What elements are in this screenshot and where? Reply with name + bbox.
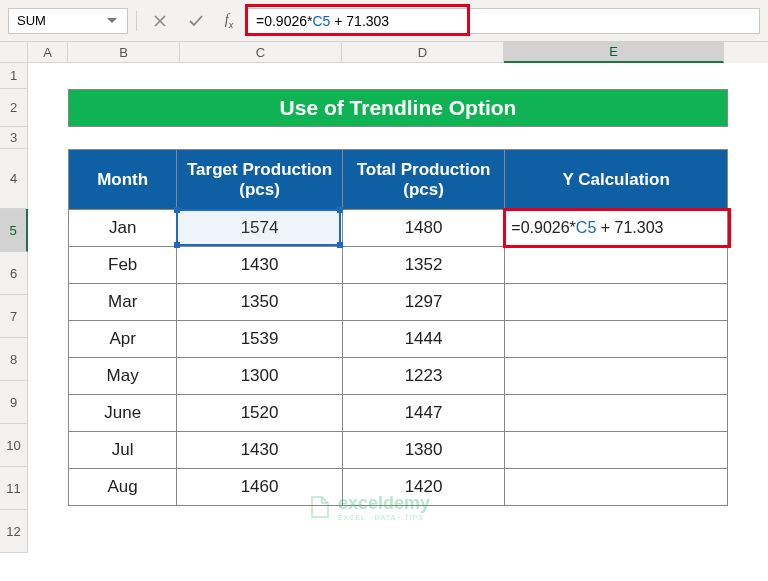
header-total: Total Production (pcs): [342, 150, 504, 210]
header-ycalc: Y Calculation: [505, 150, 728, 210]
cell-ycalc[interactable]: [505, 395, 728, 432]
col-header-A[interactable]: A: [28, 42, 68, 63]
cell-ycalc[interactable]: [505, 469, 728, 506]
table-row: Apr15391444: [69, 321, 728, 358]
cell[interactable]: 1223: [342, 358, 504, 395]
cell[interactable]: 1430: [177, 432, 343, 469]
cell[interactable]: 1480: [342, 210, 504, 247]
table-row: May13001223: [69, 358, 728, 395]
row-headers: 123456789101112: [0, 63, 28, 553]
row-header-3[interactable]: 3: [0, 127, 28, 149]
table-row: June15201447: [69, 395, 728, 432]
fx-icon[interactable]: fx: [217, 12, 241, 30]
cell[interactable]: June: [69, 395, 177, 432]
cell[interactable]: 1350: [177, 284, 343, 321]
name-box-input[interactable]: [9, 13, 101, 28]
cell[interactable]: Aug: [69, 469, 177, 506]
cell-ycalc[interactable]: =0.9026*C5 + 71.303: [505, 210, 728, 247]
row-header-2[interactable]: 2: [0, 89, 28, 127]
cells-area[interactable]: Use of Trendline Option Month Target Pro…: [28, 63, 768, 553]
cell[interactable]: Mar: [69, 284, 177, 321]
table-row: Mar13501297: [69, 284, 728, 321]
cell[interactable]: 1420: [342, 469, 504, 506]
spreadsheet-grid: ABCDE 123456789101112 Use of Trendline O…: [0, 42, 768, 553]
cell[interactable]: 1520: [177, 395, 343, 432]
cell-ycalc[interactable]: [505, 284, 728, 321]
row-header-8[interactable]: 8: [0, 338, 28, 381]
row-header-7[interactable]: 7: [0, 295, 28, 338]
col-header-corner[interactable]: [0, 42, 28, 63]
cell[interactable]: 1300: [177, 358, 343, 395]
row-header-4[interactable]: 4: [0, 149, 28, 209]
cell[interactable]: 1574: [177, 210, 343, 247]
formula-input[interactable]: =0.9026*C5 + 71.303: [247, 8, 760, 34]
cell-ycalc[interactable]: [505, 321, 728, 358]
row-header-11[interactable]: 11: [0, 467, 28, 510]
row-header-9[interactable]: 9: [0, 381, 28, 424]
col-header-C[interactable]: C: [180, 42, 342, 63]
enter-button[interactable]: [181, 8, 211, 34]
separator: [136, 11, 137, 31]
highlight-box: [245, 4, 470, 36]
cell[interactable]: 1460: [177, 469, 343, 506]
formula-bar: fx =0.9026*C5 + 71.303: [0, 0, 768, 42]
cell[interactable]: 1430: [177, 247, 343, 284]
chevron-down-icon[interactable]: [101, 18, 123, 24]
row-header-5[interactable]: 5: [0, 209, 28, 252]
cell[interactable]: 1539: [177, 321, 343, 358]
data-table: Month Target Production (pcs) Total Prod…: [68, 149, 728, 506]
cell-ycalc[interactable]: [505, 247, 728, 284]
row-header-1[interactable]: 1: [0, 63, 28, 89]
cell[interactable]: Jul: [69, 432, 177, 469]
cell[interactable]: 1380: [342, 432, 504, 469]
row-header-12[interactable]: 12: [0, 510, 28, 553]
cell[interactable]: Feb: [69, 247, 177, 284]
cell[interactable]: Apr: [69, 321, 177, 358]
header-target: Target Production (pcs): [177, 150, 343, 210]
col-header-D[interactable]: D: [342, 42, 504, 63]
cell[interactable]: Jan: [69, 210, 177, 247]
cell[interactable]: 1297: [342, 284, 504, 321]
cell-ycalc[interactable]: [505, 432, 728, 469]
column-headers: ABCDE: [0, 42, 768, 63]
table-row: Jul14301380: [69, 432, 728, 469]
header-month: Month: [69, 150, 177, 210]
cell[interactable]: 1352: [342, 247, 504, 284]
cell-ycalc[interactable]: [505, 358, 728, 395]
sheet-title: Use of Trendline Option: [68, 89, 728, 127]
cancel-button[interactable]: [145, 8, 175, 34]
col-header-E[interactable]: E: [504, 42, 724, 63]
cell[interactable]: 1447: [342, 395, 504, 432]
cell[interactable]: 1444: [342, 321, 504, 358]
row-header-6[interactable]: 6: [0, 252, 28, 295]
row-header-10[interactable]: 10: [0, 424, 28, 467]
cell[interactable]: May: [69, 358, 177, 395]
table-row: Aug14601420: [69, 469, 728, 506]
name-box[interactable]: [8, 8, 128, 34]
table-row: Feb14301352: [69, 247, 728, 284]
table-row: Jan15741480=0.9026*C5 + 71.303: [69, 210, 728, 247]
col-header-B[interactable]: B: [68, 42, 180, 63]
